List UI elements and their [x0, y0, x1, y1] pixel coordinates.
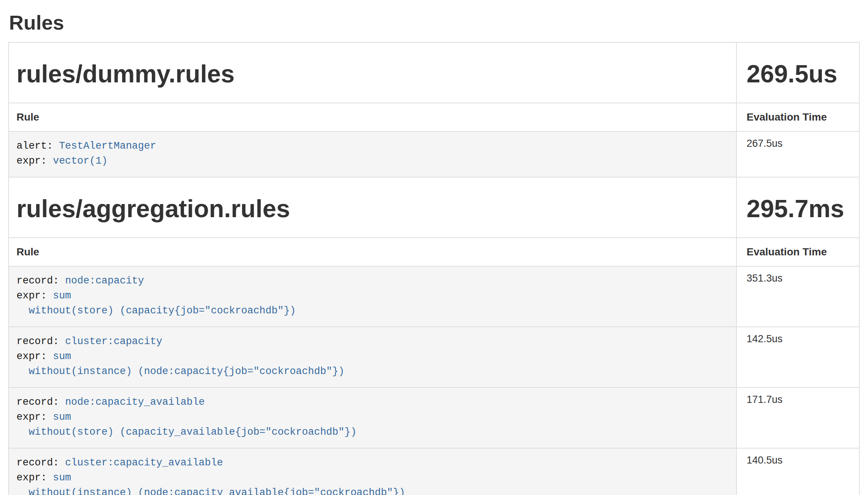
rule-code-line: record: cluster:capacity_available: [16, 455, 729, 470]
rule-code-text: [16, 487, 28, 495]
rule-code: record: cluster:capacity_availableexpr: …: [16, 455, 729, 495]
rule-code-line: expr: vector(1): [16, 154, 729, 168]
rule-group-eval-total: 295.7ms: [747, 195, 852, 223]
page-content: Rules rules/dummy.rules 269.5us Rule Eva…: [0, 11, 868, 495]
rule-code-line: without(store) (capacity_available{job="…: [16, 425, 729, 440]
rule-group-file: rules/aggregation.rules: [16, 195, 729, 223]
page-title: Rules: [9, 11, 859, 34]
rule-code-line: alert: TestAlertManager: [16, 139, 729, 154]
rule-row: alert: TestAlertManagerexpr: vector(1) 2…: [9, 131, 859, 177]
eval-time-cell: 351.3us: [736, 266, 859, 327]
eval-time-cell: 142.5us: [736, 327, 859, 388]
rule-code-line: without(instance) (node:capacity{job="co…: [16, 364, 729, 379]
rule-code-text: record:: [16, 397, 65, 408]
rule-code-text: expr:: [16, 472, 53, 483]
rule-code-text: [16, 366, 28, 377]
rules-table-body: rules/dummy.rules 269.5us Rule Evaluatio…: [9, 42, 859, 495]
eval-time-cell: 171.7us: [736, 388, 859, 448]
rule-code-text: expr:: [16, 155, 53, 167]
rule-code-line: expr: sum: [16, 288, 729, 303]
rule-link[interactable]: without(store) (capacity_available{job="…: [28, 426, 356, 438]
rule-link[interactable]: without(instance) (node:capacity_availab…: [28, 487, 405, 495]
rule-link[interactable]: without(store) (capacity{job="cockroachd…: [28, 305, 296, 316]
rule-group-eval-total-cell: 295.7ms: [736, 177, 859, 238]
rule-code: record: cluster:capacityexpr: sum withou…: [16, 334, 729, 379]
rule-row: record: cluster:capacity_availableexpr: …: [9, 448, 859, 495]
rule-link[interactable]: node:capacity: [65, 275, 144, 286]
eval-time-cell: 140.5us: [736, 448, 859, 495]
rule-code-text: expr:: [16, 351, 53, 362]
rule-cell: record: cluster:capacity_availableexpr: …: [9, 448, 736, 495]
rule-code-text: record:: [16, 336, 65, 347]
rule-code: alert: TestAlertManagerexpr: vector(1): [16, 139, 729, 168]
rule-row: record: cluster:capacityexpr: sum withou…: [9, 327, 859, 388]
rule-code-line: without(instance) (node:capacity_availab…: [16, 485, 729, 495]
rule-row: record: node:capacity_availableexpr: sum…: [9, 388, 859, 448]
rule-group-file-cell: rules/aggregation.rules: [9, 177, 736, 238]
rule-link[interactable]: node:capacity_available: [65, 397, 205, 408]
rule-code-text: [16, 426, 28, 438]
rule-link[interactable]: sum: [53, 412, 71, 423]
rule-link[interactable]: cluster:capacity_available: [65, 457, 223, 468]
rule-cell: record: node:capacityexpr: sum without(s…: [9, 266, 736, 327]
rule-code-text: record:: [16, 275, 65, 286]
rule-code-text: record:: [16, 457, 65, 468]
rule-group-file-cell: rules/dummy.rules: [9, 42, 736, 103]
rule-group-file: rules/dummy.rules: [16, 60, 729, 88]
rule-code-text: expr:: [16, 290, 53, 301]
column-header-row: Rule Evaluation Time: [9, 238, 859, 266]
rule-link[interactable]: sum: [53, 472, 71, 483]
rule-link[interactable]: sum: [53, 290, 71, 301]
rule-cell: record: cluster:capacityexpr: sum withou…: [9, 327, 736, 388]
rule-row: record: node:capacityexpr: sum without(s…: [9, 266, 859, 327]
rule-group-eval-total-cell: 269.5us: [736, 42, 859, 103]
rule-code-line: without(store) (capacity{job="cockroachd…: [16, 303, 729, 318]
rule-code: record: node:capacityexpr: sum without(s…: [16, 273, 729, 318]
rule-code-line: record: node:capacity: [16, 273, 729, 288]
eval-time-column-header: Evaluation Time: [736, 238, 859, 266]
rule-link[interactable]: cluster:capacity: [65, 336, 162, 347]
rule-code-line: record: node:capacity_available: [16, 395, 729, 410]
eval-time-column-header: Evaluation Time: [736, 103, 859, 131]
rule-code-line: expr: sum: [16, 410, 729, 425]
rule-code: record: node:capacity_availableexpr: sum…: [16, 395, 729, 440]
rule-code-line: expr: sum: [16, 349, 729, 364]
rule-link[interactable]: sum: [53, 351, 71, 362]
rule-group-header-row: rules/dummy.rules 269.5us: [9, 42, 859, 103]
rule-link[interactable]: without(instance) (node:capacity{job="co…: [28, 366, 344, 377]
column-header-row: Rule Evaluation Time: [9, 103, 859, 131]
rule-group-header-row: rules/aggregation.rules 295.7ms: [9, 177, 859, 238]
rules-table: rules/dummy.rules 269.5us Rule Evaluatio…: [8, 42, 860, 495]
eval-time-cell: 267.5us: [736, 131, 859, 177]
rule-cell: record: node:capacity_availableexpr: sum…: [9, 388, 736, 448]
rule-column-header: Rule: [9, 238, 736, 266]
rule-code-text: expr:: [16, 412, 53, 423]
rule-group-eval-total: 269.5us: [747, 60, 852, 88]
rule-link[interactable]: vector(1): [53, 155, 108, 167]
rule-code-line: expr: sum: [16, 470, 729, 485]
rule-column-header: Rule: [9, 103, 736, 131]
rule-code-text: [16, 305, 28, 316]
rule-link[interactable]: TestAlertManager: [59, 140, 156, 152]
rule-code-text: alert:: [16, 140, 59, 152]
rule-code-line: record: cluster:capacity: [16, 334, 729, 349]
rule-cell: alert: TestAlertManagerexpr: vector(1): [9, 131, 736, 177]
